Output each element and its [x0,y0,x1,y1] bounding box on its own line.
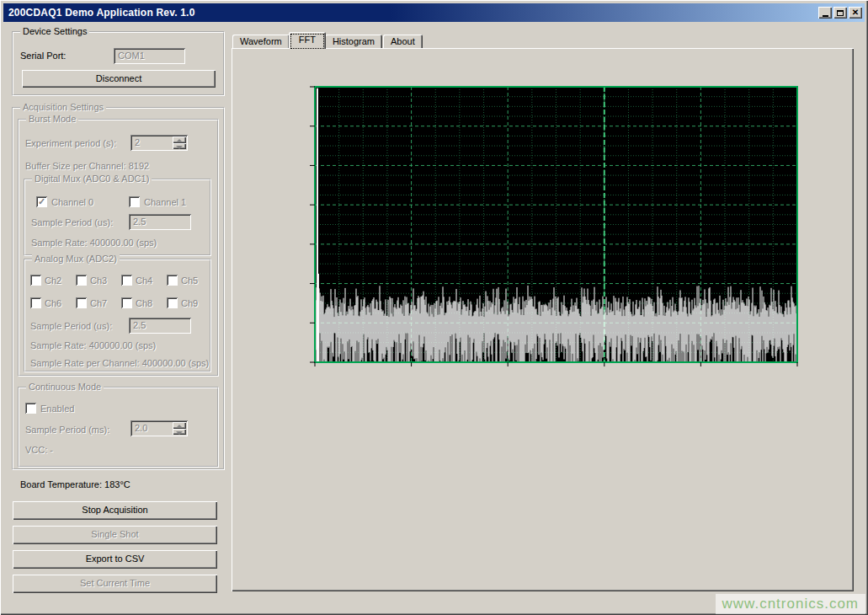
channel-1-label: Channel 1 [144,197,186,208]
single-shot-button[interactable]: Single Shot [13,526,217,544]
checkbox-channel-0[interactable] [36,196,47,207]
digital-mux-caption: Digital Mux (ADC0 & ADC1) [32,174,152,184]
checkbox-enabled[interactable] [25,403,36,414]
serial-port-input[interactable]: COM1 [114,48,185,64]
window-title: 200CDAQ1 Demo Application Rev. 1.0 [8,7,817,19]
buffer-size-label: Buffer Size per Channel: 8192 [25,161,149,172]
checkbox-ch7[interactable] [76,297,87,308]
checkbox-ch3[interactable] [76,275,87,286]
stop-acquisition-button[interactable]: Stop Acquisition [13,501,217,520]
ch3-label: Ch3 [90,275,107,286]
analog-sample-period-label: Sample Period (us): [30,321,112,332]
maximize-button[interactable] [833,7,847,19]
acquisition-settings-caption: Acquisition Settings [20,102,106,113]
fft-chart [308,83,805,372]
spin-up-icon[interactable] [173,136,186,143]
analog-sample-rate-label: Sample Rate: 400000.00 (sps) [30,340,156,351]
ch8-label: Ch8 [136,298,152,309]
tab-histogram[interactable]: Histogram [325,35,382,49]
app-window: 200CDAQ1 Demo Application Rev. 1.0 ✕ Dev… [0,0,868,615]
minimize-icon [823,15,828,17]
vcc-label: VCC: - [25,445,53,456]
digital-sample-rate-label: Sample Rate: 400000.00 (sps) [31,238,157,249]
set-current-time-button[interactable]: Set Current Time [13,575,217,593]
ch7-label: Ch7 [90,298,107,309]
continuous-mode-caption: Continuous Mode [26,382,104,393]
continuous-sample-period-spinner[interactable] [173,422,186,435]
checkbox-ch4[interactable] [121,275,132,286]
checkbox-ch2[interactable] [30,275,41,286]
tab-strip: Waveform FFT Histogram About [232,32,423,49]
device-settings-caption: Device Settings [20,26,89,37]
enabled-label: Enabled [40,404,74,414]
serial-port-label: Serial Port: [20,51,66,62]
focus-rect [290,34,324,49]
tab-label: About [391,36,415,46]
channel-0-label: Channel 0 [51,197,93,208]
spin-down-icon[interactable] [173,429,186,436]
disconnect-button[interactable]: Disconnect [22,70,216,88]
checkbox-ch9[interactable] [167,297,178,308]
export-to-csv-button[interactable]: Export to CSV [13,550,217,569]
analog-sample-period-input[interactable]: 2.5 [129,318,191,334]
checkbox-ch5[interactable] [167,275,178,286]
spin-up-icon[interactable] [173,422,186,429]
checkbox-ch8[interactable] [121,297,132,308]
ch6-label: Ch6 [45,298,61,309]
experiment-period-spinner[interactable] [173,136,186,149]
tab-about[interactable]: About [383,35,423,49]
board-temperature-label: Board Temperature: 183°C [20,479,130,490]
minimize-button[interactable] [818,7,832,19]
maximize-icon [837,10,844,16]
burst-mode-caption: Burst Mode [26,114,78,125]
tab-fft[interactable]: FFT [289,32,326,49]
continuous-sample-period-label: Sample Period (ms): [25,425,109,436]
title-bar[interactable]: 200CDAQ1 Demo Application Rev. 1.0 ✕ [3,3,865,22]
checkbox-channel-1[interactable] [129,196,140,207]
tab-waveform[interactable]: Waveform [232,35,290,49]
watermark: www.cntronics.com [716,594,865,614]
analog-mux-caption: Analog Mux (ADC2) [32,254,120,265]
tab-label: Waveform [240,36,282,46]
checkbox-ch6[interactable] [30,297,41,308]
digital-sample-period-label: Sample Period (us): [31,217,113,228]
close-icon: ✕ [852,8,859,17]
ch4-label: Ch4 [136,275,152,286]
ch5-label: Ch5 [181,275,198,286]
tab-label: Histogram [333,36,375,46]
close-button[interactable]: ✕ [849,7,862,19]
spin-down-icon[interactable] [173,143,186,150]
analog-sample-rate-per-channel-label: Sample Rate per Channel: 400000.00 (sps) [30,358,209,369]
digital-sample-period-input[interactable]: 2.5 [129,214,191,230]
experiment-period-label: Experiment period (s): [25,138,116,149]
ch2-label: Ch2 [45,275,61,286]
ch9-label: Ch9 [181,298,198,309]
